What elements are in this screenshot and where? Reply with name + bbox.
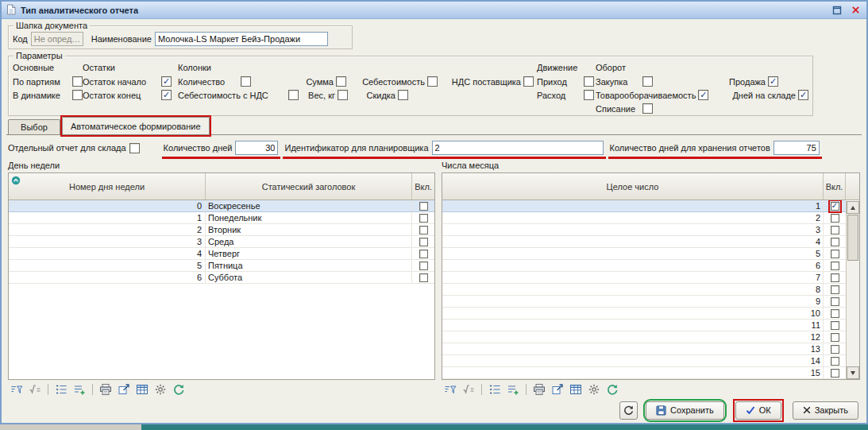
day-row[interactable]: 3Среда [9, 236, 434, 248]
grid-icon[interactable] [568, 382, 584, 397]
day-enabled-checkbox[interactable] [419, 226, 428, 234]
month-row[interactable]: 11 [442, 320, 846, 331]
day-row[interactable]: 5Пятница [9, 260, 434, 272]
param-checkbox[interactable] [523, 76, 534, 87]
filter-icon[interactable] [442, 382, 458, 397]
month-enabled-checkbox[interactable] [831, 333, 839, 342]
month-enabled-checkbox[interactable] [831, 321, 839, 330]
month-row[interactable]: 3 [442, 224, 846, 236]
integer-column-header[interactable]: Целое число [442, 173, 824, 200]
numbered-list-icon[interactable] [53, 382, 69, 397]
separate-report-checkbox[interactable] [129, 143, 140, 153]
month-row[interactable]: 10 [442, 308, 846, 320]
month-enabled-checkbox[interactable] [831, 214, 839, 223]
titlebar[interactable]: Тип аналитического отчета [2, 2, 866, 19]
vertical-scrollbar[interactable] [846, 201, 859, 379]
filter-icon[interactable] [9, 382, 25, 397]
month-row[interactable]: 1✓ [442, 200, 846, 212]
month-row[interactable]: 8 [442, 284, 846, 296]
month-enabled-checkbox[interactable] [831, 345, 839, 354]
day-row[interactable]: 6Суббота [9, 272, 434, 284]
tab-select[interactable]: Выбор [8, 119, 60, 134]
update-button[interactable] [619, 401, 638, 420]
month-row[interactable]: 9 [442, 296, 846, 308]
month-enabled-checkbox[interactable] [831, 297, 839, 306]
day-number-column-header[interactable]: Номер дня недели [9, 173, 206, 200]
day-row[interactable]: 1Понедельник [9, 212, 434, 224]
month-enabled-checkbox[interactable]: ✓ [831, 202, 839, 211]
tab-automatic-formation[interactable]: Автоматическое формирование [62, 117, 210, 134]
scroll-down-button[interactable] [847, 366, 859, 379]
param-checkbox[interactable]: ✓ [798, 90, 808, 100]
month-enabled-checkbox[interactable] [831, 261, 839, 270]
day-enabled-checkbox[interactable] [419, 273, 428, 282]
formula-icon[interactable] [461, 382, 476, 397]
param-checkbox[interactable] [338, 90, 348, 100]
export-icon[interactable] [550, 382, 565, 397]
numbered-list-icon[interactable] [487, 382, 503, 397]
scrollbar-thumb[interactable] [847, 215, 858, 261]
param-checkbox[interactable] [642, 103, 653, 114]
day-enabled-checkbox[interactable] [419, 261, 428, 270]
month-enabled-checkbox[interactable] [831, 226, 839, 234]
month-row[interactable]: 13 [442, 343, 846, 355]
param-checkbox[interactable] [584, 90, 594, 100]
month-row[interactable]: 6 [442, 260, 846, 272]
month-enabled-checkbox[interactable] [831, 309, 839, 318]
day-row[interactable]: 4Четверг [9, 248, 434, 260]
refresh-icon[interactable] [604, 382, 620, 397]
export-icon[interactable] [116, 382, 132, 397]
param-checkbox[interactable]: ✓ [698, 90, 708, 100]
day-row[interactable]: 0Воскресенье [9, 200, 434, 212]
month-row[interactable]: 12 [442, 331, 846, 343]
scheduler-id-input[interactable] [432, 141, 604, 155]
day-enabled-column-header[interactable]: Вкл. [412, 173, 434, 200]
settings-icon[interactable] [586, 382, 602, 397]
month-enabled-checkbox[interactable] [831, 285, 839, 294]
month-enabled-checkbox[interactable] [831, 250, 839, 258]
insert-rows-icon[interactable] [71, 382, 87, 397]
month-enabled-checkbox[interactable] [831, 238, 839, 246]
month-enabled-checkbox[interactable] [831, 369, 839, 378]
param-checkbox[interactable]: ✓ [161, 76, 172, 87]
month-row[interactable]: 2 [442, 212, 846, 224]
param-checkbox[interactable] [336, 76, 346, 87]
param-checkbox[interactable] [642, 76, 653, 87]
param-checkbox[interactable]: ✓ [768, 76, 778, 87]
print-icon[interactable] [531, 382, 547, 397]
close-window-button[interactable] [848, 4, 862, 17]
day-enabled-checkbox[interactable] [419, 202, 428, 211]
month-row[interactable]: 4 [442, 236, 846, 248]
day-enabled-checkbox[interactable] [419, 238, 428, 246]
month-enabled-column-header[interactable]: Вкл. [824, 173, 846, 200]
param-checkbox[interactable]: ✓ [161, 90, 172, 100]
retention-days-input[interactable] [773, 141, 820, 155]
day-enabled-checkbox[interactable] [419, 250, 428, 258]
day-row[interactable]: 2Вторник [9, 224, 434, 236]
name-input[interactable] [155, 32, 328, 46]
param-checkbox[interactable] [398, 90, 408, 100]
insert-rows-icon[interactable] [505, 382, 521, 397]
month-row[interactable]: 7 [442, 272, 846, 284]
scroll-up-button[interactable] [847, 201, 859, 214]
param-checkbox[interactable] [427, 76, 438, 87]
save-button[interactable]: Сохранить [646, 401, 724, 420]
day-enabled-checkbox[interactable] [419, 214, 428, 223]
param-checkbox[interactable] [72, 90, 83, 100]
month-enabled-checkbox[interactable] [831, 273, 839, 282]
param-checkbox[interactable] [241, 76, 251, 87]
print-icon[interactable] [98, 382, 114, 397]
refresh-icon[interactable] [171, 382, 187, 397]
day-title-column-header[interactable]: Статический заголовок [206, 173, 412, 200]
days-count-input[interactable] [235, 141, 278, 155]
param-checkbox[interactable] [288, 90, 299, 100]
month-row[interactable]: 15 [442, 367, 846, 379]
maximize-button[interactable] [830, 4, 844, 17]
month-row[interactable]: 5 [442, 248, 846, 260]
param-checkbox[interactable] [72, 76, 83, 87]
close-button[interactable]: Закрыть [793, 401, 858, 420]
param-checkbox[interactable] [584, 76, 594, 87]
settings-icon[interactable] [152, 382, 168, 397]
sort-ascending-icon[interactable] [11, 176, 21, 185]
grid-icon[interactable] [134, 382, 150, 397]
